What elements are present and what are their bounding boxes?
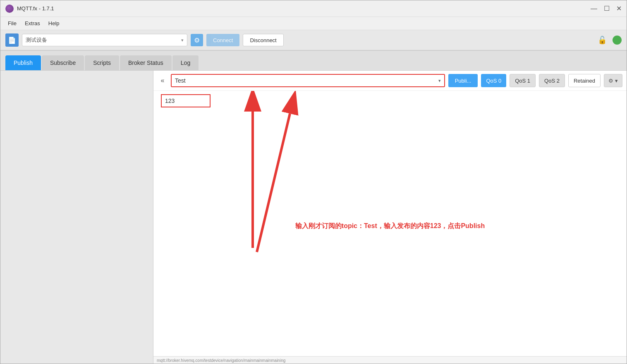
lock-icon: 🔓 — [598, 36, 607, 45]
topic-input-wrapper: ▾ — [171, 74, 445, 87]
annotation-arrow — [153, 91, 402, 256]
publish-settings-button[interactable]: ⚙ ▾ — [604, 74, 622, 87]
disconnect-button[interactable]: Disconnect — [243, 34, 283, 46]
tab-subscribe[interactable]: Subscribe — [42, 55, 84, 70]
tab-publish[interactable]: Publish — [5, 55, 41, 70]
qos0-button[interactable]: QoS 0 — [481, 74, 506, 87]
maximize-button[interactable]: ☐ — [604, 5, 610, 12]
status-text: mqtt://broker.hivemq.com/testdevice/navi… — [157, 358, 285, 363]
minimize-button[interactable]: — — [591, 5, 597, 12]
retained-button[interactable]: Retained — [568, 74, 601, 87]
publish-settings-gear-icon: ⚙ — [608, 78, 613, 84]
topic-dropdown-arrow[interactable]: ▾ — [438, 78, 441, 83]
topic-input[interactable] — [175, 77, 438, 84]
app-icon — [5, 5, 14, 13]
main-content: « ▾ Publi... QoS 0 QoS 1 QoS 2 Retained … — [0, 71, 627, 364]
connect-button[interactable]: Connect — [206, 34, 239, 46]
publish-toolbar: « ▾ Publi... QoS 0 QoS 1 QoS 2 Retained … — [153, 71, 627, 91]
close-button[interactable]: ✕ — [616, 5, 622, 12]
tabs-bar: Publish Subscribe Scripts Broker Status … — [0, 51, 627, 71]
publish-settings-drop-icon: ▾ — [615, 78, 618, 84]
menu-file[interactable]: File — [4, 19, 21, 28]
app-title: MQTT.fx - 1.7.1 — [17, 5, 591, 12]
left-panel — [0, 71, 153, 364]
broker-name: 测试设备 — [26, 36, 47, 44]
broker-dropdown-arrow: ▾ — [181, 38, 184, 43]
title-bar: MQTT.fx - 1.7.1 — ☐ ✕ — [0, 0, 627, 17]
message-area: 123 输入刚才订阅的topic：Test，输入发布的内容123，点击Publi… — [153, 91, 627, 356]
publish-button[interactable]: Publi... — [448, 74, 478, 87]
qos2-button[interactable]: QoS 2 — [539, 74, 565, 87]
tab-log[interactable]: Log — [172, 55, 199, 70]
tab-broker-status[interactable]: Broker Status — [120, 55, 172, 70]
status-bar: mqtt://broker.hivemq.com/testdevice/navi… — [153, 356, 627, 364]
broker-dropdown[interactable]: 测试设备 ▾ — [22, 34, 187, 46]
connection-status-dot — [613, 36, 622, 45]
collapse-button[interactable]: « — [158, 76, 168, 86]
menu-help[interactable]: Help — [44, 19, 64, 28]
message-input-box[interactable]: 123 — [161, 94, 211, 107]
menu-bar: File Extras Help — [0, 17, 627, 30]
message-content: 123 — [165, 98, 175, 104]
instruction-text: 输入刚才订阅的topic：Test，输入发布的内容123，点击Publish — [295, 222, 485, 231]
right-panel: « ▾ Publi... QoS 0 QoS 1 QoS 2 Retained … — [153, 71, 627, 364]
window-controls: — ☐ ✕ — [591, 5, 622, 12]
new-connection-button[interactable] — [5, 33, 19, 47]
connection-bar: 测试设备 ▾ ⚙ Connect Disconnect 🔓 — [0, 30, 627, 51]
settings-button[interactable]: ⚙ — [191, 34, 203, 46]
svg-line-2 — [257, 114, 290, 252]
menu-extras[interactable]: Extras — [21, 19, 44, 28]
qos1-button[interactable]: QoS 1 — [510, 74, 536, 87]
tab-scripts[interactable]: Scripts — [85, 55, 119, 70]
